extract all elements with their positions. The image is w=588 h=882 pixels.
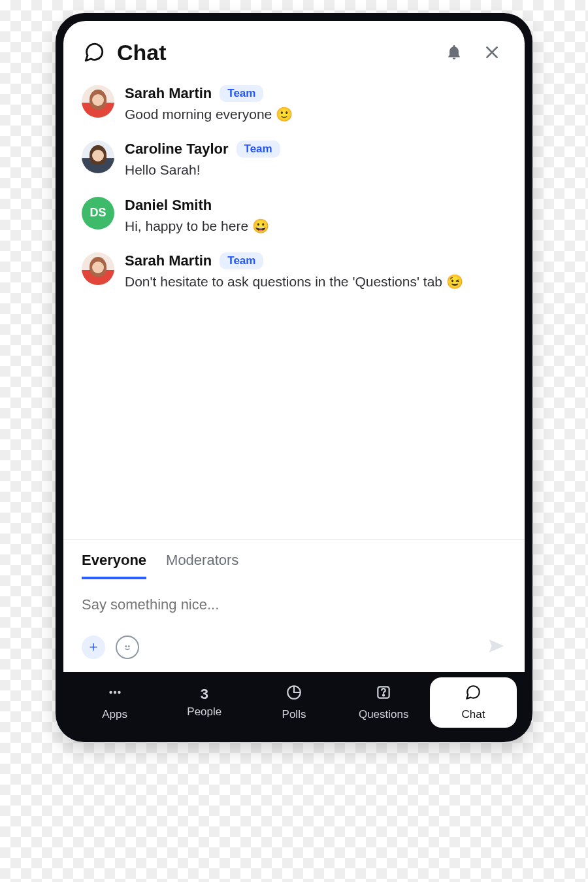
questions-icon — [375, 684, 392, 704]
nav-label: Apps — [102, 708, 127, 721]
nav-apps[interactable]: Apps — [71, 677, 158, 728]
message-text: Good morning everyone 🙂 — [125, 105, 506, 124]
svg-point-9 — [383, 694, 384, 696]
close-button[interactable] — [479, 39, 505, 65]
nav-questions[interactable]: Questions — [340, 677, 427, 728]
team-badge: Team — [220, 252, 263, 269]
send-button[interactable] — [487, 636, 506, 658]
nav-polls[interactable]: Polls — [250, 677, 337, 728]
add-attachment-button[interactable]: + — [82, 636, 105, 659]
bottom-nav: Apps 3 People Polls Questions Chat — [63, 672, 525, 734]
nav-people[interactable]: 3 People — [161, 677, 248, 728]
sender-name: Daniel Smith — [125, 197, 212, 214]
compose-tab-moderators[interactable]: Moderators — [166, 552, 238, 579]
message-body: Sarah MartinTeamGood morning everyone 🙂 — [125, 85, 506, 124]
notifications-button[interactable] — [441, 39, 467, 65]
svg-point-2 — [125, 646, 127, 647]
svg-point-5 — [113, 691, 116, 694]
sender-name: Sarah Martin — [125, 252, 212, 269]
message-list: Sarah MartinTeamGood morning everyone 🙂C… — [63, 72, 525, 539]
people-count: 3 — [201, 687, 208, 702]
svg-point-3 — [129, 646, 130, 647]
message: Sarah MartinTeamDon't hesitate to ask qu… — [82, 252, 506, 291]
compose-input[interactable] — [82, 579, 506, 636]
sender-name: Caroline Taylor — [125, 141, 229, 158]
avatar — [82, 85, 114, 118]
header-title: Chat — [117, 40, 429, 65]
message-text: Don't hesitate to ask questions in the '… — [125, 272, 506, 291]
nav-label: Chat — [461, 708, 485, 721]
chat-icon — [83, 41, 105, 63]
avatar — [82, 252, 114, 285]
svg-point-6 — [118, 691, 120, 694]
message: Caroline TaylorTeamHello Sarah! — [82, 141, 506, 179]
avatar: DS — [82, 197, 114, 229]
compose-tabs: EveryoneModerators — [82, 540, 506, 579]
avatar — [82, 141, 114, 173]
message-body: Sarah MartinTeamDon't hesitate to ask qu… — [125, 252, 506, 291]
apps-icon — [106, 684, 123, 704]
compose-area: EveryoneModerators + — [63, 539, 525, 672]
chat-icon — [465, 684, 482, 704]
team-badge: Team — [237, 141, 280, 158]
nav-label: Questions — [359, 708, 409, 721]
polls-icon — [286, 684, 302, 704]
sender-name: Sarah Martin — [125, 85, 212, 102]
screen: Chat Sarah MartinTeamGood morning everyo… — [63, 21, 525, 672]
nav-label: Polls — [282, 708, 306, 721]
header: Chat — [63, 21, 525, 72]
nav-chat[interactable]: Chat — [430, 677, 517, 728]
message: DSDaniel SmithHi, happy to be here 😀 — [82, 197, 506, 235]
chat-panel: Chat Sarah MartinTeamGood morning everyo… — [56, 13, 532, 742]
compose-toolbar: + — [82, 636, 506, 659]
team-badge: Team — [220, 85, 263, 102]
svg-point-4 — [109, 691, 112, 694]
message: Sarah MartinTeamGood morning everyone 🙂 — [82, 85, 506, 124]
compose-tab-everyone[interactable]: Everyone — [82, 552, 146, 579]
message-body: Caroline TaylorTeamHello Sarah! — [125, 141, 506, 179]
message-body: Daniel SmithHi, happy to be here 😀 — [125, 197, 506, 235]
nav-label: People — [187, 705, 221, 719]
message-text: Hi, happy to be here 😀 — [125, 216, 506, 235]
message-text: Hello Sarah! — [125, 160, 506, 179]
emoji-button[interactable] — [116, 636, 139, 659]
